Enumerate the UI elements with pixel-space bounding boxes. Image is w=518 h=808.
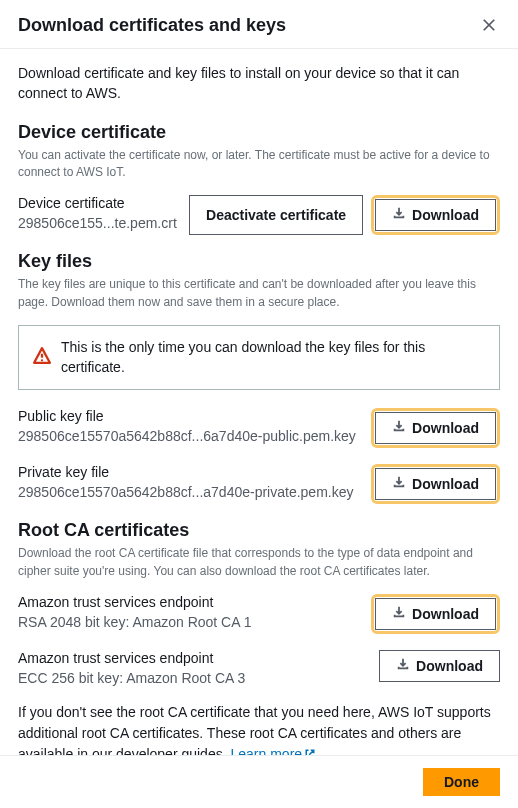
public-key-label: Public key file <box>18 408 361 424</box>
key-files-section: Key files The key files are unique to th… <box>18 251 500 504</box>
key-files-heading: Key files <box>18 251 500 272</box>
root-ca-sub: Download the root CA certificate file th… <box>18 545 500 580</box>
modal-header: Download certificates and keys <box>0 0 518 49</box>
root-ca-heading: Root CA certificates <box>18 520 500 541</box>
private-key-row: Private key file 298506ce15570a5642b88cf… <box>18 464 500 504</box>
root-ca-3-label: Amazon trust services endpoint <box>18 650 369 666</box>
modal-footer: Done <box>0 755 518 808</box>
learn-more-label: Learn more <box>230 746 302 755</box>
svg-point-3 <box>41 359 43 361</box>
root-ca-footnote: If you don't see the root CA certificate… <box>18 702 500 755</box>
learn-more-link[interactable]: Learn more <box>230 746 316 755</box>
download-label: Download <box>412 205 479 225</box>
private-key-value: 298506ce15570a5642b88cf...a7d40e-private… <box>18 484 361 500</box>
device-certificate-value: 298506ce155...te.pem.crt <box>18 215 179 231</box>
download-root-ca-3-button[interactable]: Download <box>379 650 500 682</box>
download-icon <box>392 604 406 624</box>
root-ca-3-row: Amazon trust services endpoint ECC 256 b… <box>18 650 500 686</box>
device-certificate-sub: You can activate the certificate now, or… <box>18 147 500 182</box>
done-button[interactable]: Done <box>423 768 500 796</box>
device-certificate-heading: Device certificate <box>18 122 500 143</box>
deactivate-certificate-button[interactable]: Deactivate certificate <box>189 195 363 235</box>
root-ca-section: Root CA certificates Download the root C… <box>18 520 500 755</box>
device-certificate-row: Device certificate 298506ce155...te.pem.… <box>18 195 500 235</box>
highlight: Download <box>371 464 500 504</box>
download-icon <box>392 205 406 225</box>
download-private-key-button[interactable]: Download <box>375 468 496 500</box>
intro-text: Download certificate and key files to in… <box>18 63 500 104</box>
public-key-value: 298506ce15570a5642b88cf...6a7d40e-public… <box>18 428 361 444</box>
highlight: Download <box>371 195 500 235</box>
download-certificates-modal: Download certificates and keys Download … <box>0 0 518 808</box>
highlight: Download <box>371 408 500 448</box>
public-key-row: Public key file 298506ce15570a5642b88cf.… <box>18 408 500 448</box>
download-label: Download <box>412 604 479 624</box>
key-files-sub: The key files are unique to this certifi… <box>18 276 500 311</box>
modal-body: Download certificate and key files to in… <box>0 49 518 755</box>
key-files-alert-text: This is the only time you can download t… <box>61 338 485 377</box>
root-ca-1-value: RSA 2048 bit key: Amazon Root CA 1 <box>18 614 361 630</box>
device-certificate-label: Device certificate <box>18 195 179 211</box>
key-files-alert: This is the only time you can download t… <box>18 325 500 390</box>
private-key-label: Private key file <box>18 464 361 480</box>
download-label: Download <box>412 474 479 494</box>
download-icon <box>392 418 406 438</box>
warning-icon <box>33 347 51 368</box>
device-certificate-section: Device certificate You can activate the … <box>18 122 500 236</box>
download-device-cert-button[interactable]: Download <box>375 199 496 231</box>
download-icon <box>396 656 410 676</box>
download-icon <box>392 474 406 494</box>
external-link-icon <box>302 746 316 755</box>
download-root-ca-1-button[interactable]: Download <box>375 598 496 630</box>
download-public-key-button[interactable]: Download <box>375 412 496 444</box>
highlight: Download <box>371 594 500 634</box>
download-label: Download <box>416 656 483 676</box>
modal-title: Download certificates and keys <box>18 15 286 36</box>
root-ca-1-label: Amazon trust services endpoint <box>18 594 361 610</box>
root-ca-1-row: Amazon trust services endpoint RSA 2048 … <box>18 594 500 634</box>
close-icon[interactable] <box>478 14 500 36</box>
root-ca-3-value: ECC 256 bit key: Amazon Root CA 3 <box>18 670 369 686</box>
download-label: Download <box>412 418 479 438</box>
